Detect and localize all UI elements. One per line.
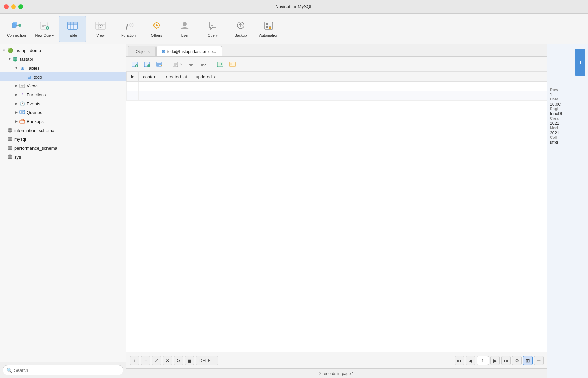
sidebar-item-queries[interactable]: ▶ Queries: [0, 108, 126, 117]
next-page-button[interactable]: ▶: [490, 356, 500, 365]
sidebar-item-performance-schema[interactable]: ▶ performance_schema: [0, 144, 126, 152]
expand-fastapi-demo-icon: ▼: [1, 48, 7, 53]
sidebar-item-functions[interactable]: ▶ ƒ Functions: [0, 90, 126, 99]
rp-collation-label: Coll: [550, 135, 585, 139]
toolbar-automation[interactable]: Automation: [255, 16, 282, 42]
tab-objects[interactable]: Objects: [128, 46, 156, 56]
close-button[interactable]: [4, 4, 9, 9]
refresh-button[interactable]: ↻: [174, 356, 183, 365]
col-extra: [222, 72, 547, 82]
toolbar-user[interactable]: User: [171, 16, 198, 42]
expand-tables-icon: ▼: [14, 65, 19, 71]
delete-button[interactable]: DELETI: [196, 356, 218, 365]
toolbar-others[interactable]: Others: [143, 16, 170, 42]
filter-button[interactable]: [186, 59, 197, 69]
search-box[interactable]: 🔍: [3, 365, 123, 375]
backups-icon: [19, 118, 25, 124]
toolbar-view[interactable]: View: [87, 16, 114, 42]
sys-label: sys: [14, 154, 21, 160]
svg-point-63: [8, 149, 12, 150]
sidebar-item-fastapi[interactable]: ▼ fastapi: [0, 55, 126, 64]
table-container: id content created_at updated_at: [126, 72, 547, 352]
function-icon: ƒ (x): [123, 21, 134, 32]
rp-modified-label: Mod: [550, 126, 585, 130]
toolbar-user-label: User: [181, 33, 188, 37]
sidebar-item-events[interactable]: ▶ 🕐 Events: [0, 99, 126, 108]
minimize-button[interactable]: [11, 4, 16, 9]
svg-point-60: [8, 140, 12, 141]
bottom-bar: + − ✓ ✕ ↻ ◼ DELETI: [126, 352, 547, 368]
list-view-button[interactable]: ☰: [534, 356, 544, 365]
edit-record-button[interactable]: [154, 59, 165, 69]
export-button[interactable]: [215, 59, 226, 69]
rp-data: Data 16.0C: [550, 97, 585, 107]
sidebar-item-tables[interactable]: ▼ ⊞ Tables: [0, 64, 126, 72]
grid-view-button[interactable]: ⊞: [523, 356, 533, 365]
search-input[interactable]: [14, 368, 120, 373]
svg-point-2: [18, 24, 21, 27]
toolbar-query-label: Query: [208, 33, 218, 37]
prev-page-button[interactable]: ◀: [466, 356, 475, 365]
add-row-button[interactable]: +: [130, 356, 139, 365]
sidebar-item-fastapi-demo[interactable]: ▼ 🟢 fastapi_demo: [0, 46, 126, 55]
content-area: Objects ⊞ todo@fastapi (fastapi_de...: [126, 44, 547, 378]
sidebar-item-sys[interactable]: ▶ sys: [0, 152, 126, 161]
svg-point-57: [8, 131, 12, 133]
import-button[interactable]: [227, 59, 238, 69]
window-controls[interactable]: [4, 4, 23, 9]
expand-events-icon: ▶: [14, 101, 19, 106]
svg-rect-37: [266, 23, 268, 25]
rp-created: Crea 2021: [550, 116, 585, 126]
tab-todo[interactable]: ⊞ todo@fastapi (fastapi_de...: [156, 46, 222, 56]
search-icon: 🔍: [6, 368, 12, 373]
remove-row-button[interactable]: −: [141, 356, 150, 365]
delete-record-button[interactable]: [142, 59, 152, 69]
col-content[interactable]: content: [139, 72, 162, 82]
cancel-edit-button[interactable]: ✕: [163, 356, 172, 365]
confirm-button[interactable]: ✓: [152, 356, 161, 365]
toolbar-function[interactable]: ƒ (x) Function: [115, 16, 142, 42]
add-record-button[interactable]: [129, 59, 140, 69]
toolbar-query[interactable]: Query: [199, 16, 226, 42]
toolbar-new-query[interactable]: New Query: [31, 16, 58, 42]
queries-icon: [19, 109, 25, 116]
col-updated-at[interactable]: updated_at: [191, 72, 222, 82]
view-mode-button[interactable]: [171, 59, 184, 69]
toolbar-backup[interactable]: Backup: [227, 16, 254, 42]
table-row[interactable]: [127, 91, 547, 101]
sidebar-item-views[interactable]: ▶ Views: [0, 81, 126, 90]
stop-button[interactable]: ◼: [185, 356, 194, 365]
svg-rect-38: [266, 26, 268, 28]
first-page-button[interactable]: ⏮: [455, 356, 464, 365]
toolbar-sep-2: [212, 60, 212, 68]
svg-point-30: [183, 22, 187, 26]
events-icon: 🕐: [19, 100, 25, 107]
perf-schema-label: performance_schema: [14, 146, 57, 151]
sidebar-item-mysql[interactable]: ▶ mysql: [0, 135, 126, 144]
sidebar-item-information-schema[interactable]: ▶ information_schema: [0, 126, 126, 135]
info-panel-tab[interactable]: ℹ: [575, 49, 585, 76]
svg-text:ƒ: ƒ: [125, 22, 129, 30]
sidebar-item-backups[interactable]: ▶ Backups: [0, 117, 126, 126]
expand-views-icon: ▶: [14, 83, 19, 89]
last-page-button[interactable]: ⏭: [501, 356, 511, 365]
others-icon: [151, 21, 162, 32]
sidebar-item-todo[interactable]: ⊞ todo: [0, 72, 126, 81]
maximize-button[interactable]: [18, 4, 23, 9]
svg-text:(x): (x): [129, 23, 134, 27]
rp-engine-label: Engi: [550, 107, 585, 111]
col-id[interactable]: id: [127, 72, 139, 82]
table-row[interactable]: [127, 82, 547, 91]
col-created-at[interactable]: created_at: [162, 72, 191, 82]
functions-icon: ƒ: [19, 92, 25, 98]
info-schema-icon: [7, 127, 13, 133]
toolbar-table[interactable]: Table: [59, 16, 86, 42]
settings-button[interactable]: ⚙: [512, 356, 522, 365]
page-number-input[interactable]: [477, 356, 489, 365]
sidebar-tree: ▼ 🟢 fastapi_demo ▼ fastapi: [0, 44, 126, 362]
rp-collation-value: utf8r: [550, 140, 585, 145]
toolbar-connection-label: Connection: [7, 33, 26, 37]
main-toolbar: Connection New Query: [0, 14, 588, 44]
sort-button[interactable]: [198, 59, 209, 69]
toolbar-connection[interactable]: Connection: [3, 16, 30, 42]
